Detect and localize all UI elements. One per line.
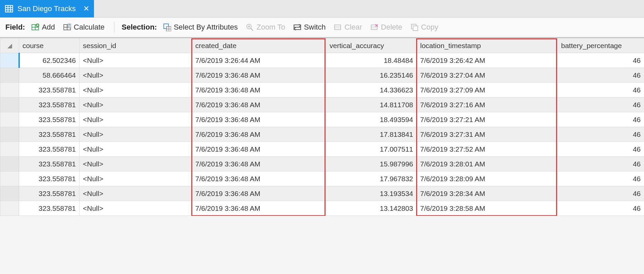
cell-vertical-accuracy[interactable]: 15.987996 <box>326 157 417 171</box>
row-selector[interactable] <box>0 201 19 216</box>
cell-session-id[interactable]: <Null> <box>80 68 192 83</box>
row-selector[interactable] <box>0 171 19 186</box>
row-selector[interactable] <box>0 53 19 68</box>
cell-battery-percentage[interactable]: 46 <box>558 157 644 171</box>
row-selector[interactable] <box>0 68 19 83</box>
cell-battery-percentage[interactable]: 46 <box>558 142 644 157</box>
row-selector[interactable] <box>0 157 19 171</box>
cell-battery-percentage[interactable]: 46 <box>558 171 644 186</box>
cell-battery-percentage[interactable]: 46 <box>558 201 644 216</box>
cell-session-id[interactable]: <Null> <box>80 201 192 216</box>
table-row[interactable]: 58.666464<Null>7/6/2019 3:36:48 AM16.235… <box>0 68 644 83</box>
row-selector[interactable] <box>0 142 19 157</box>
cell-created-date[interactable]: 7/6/2019 3:36:48 AM <box>192 127 326 142</box>
cell-location-timestamp[interactable]: 7/6/2019 3:27:04 AM <box>417 68 558 83</box>
cell-session-id[interactable]: <Null> <box>80 157 192 171</box>
col-course[interactable]: course <box>19 38 80 53</box>
table-row[interactable]: 323.558781<Null>7/6/2019 3:36:48 AM13.19… <box>0 186 644 201</box>
cell-location-timestamp[interactable]: 7/6/2019 3:27:31 AM <box>417 127 558 142</box>
cell-vertical-accuracy[interactable]: 16.235146 <box>326 68 417 83</box>
delete-selection-button[interactable]: Delete <box>368 22 404 33</box>
cell-location-timestamp[interactable]: 7/6/2019 3:28:09 AM <box>417 171 558 186</box>
col-vertical-accuracy[interactable]: vertical_accuracy <box>326 38 417 53</box>
cell-course[interactable]: 323.558781 <box>19 201 80 216</box>
cell-battery-percentage[interactable]: 46 <box>558 127 644 142</box>
cell-course[interactable]: 323.558781 <box>19 171 80 186</box>
cell-session-id[interactable]: <Null> <box>80 127 192 142</box>
cell-battery-percentage[interactable]: 46 <box>558 68 644 83</box>
table-row[interactable]: 323.558781<Null>7/6/2019 3:36:48 AM17.81… <box>0 127 644 142</box>
cell-location-timestamp[interactable]: 7/6/2019 3:27:21 AM <box>417 112 558 127</box>
calculate-field-button[interactable]: Calculate <box>61 22 107 33</box>
add-field-button[interactable]: Add <box>29 22 57 33</box>
cell-session-id[interactable]: <Null> <box>80 186 192 201</box>
cell-battery-percentage[interactable]: 46 <box>558 53 644 68</box>
cell-session-id[interactable]: <Null> <box>80 53 192 68</box>
cell-created-date[interactable]: 7/6/2019 3:36:48 AM <box>192 201 326 216</box>
cell-battery-percentage[interactable]: 46 <box>558 186 644 201</box>
table-row[interactable]: 323.558781<Null>7/6/2019 3:36:48 AM17.00… <box>0 142 644 157</box>
table-row[interactable]: 323.558781<Null>7/6/2019 3:36:48 AM17.96… <box>0 171 644 186</box>
cell-created-date[interactable]: 7/6/2019 3:36:48 AM <box>192 157 326 171</box>
cell-vertical-accuracy[interactable]: 17.967832 <box>326 171 417 186</box>
cell-vertical-accuracy[interactable]: 17.813841 <box>326 127 417 142</box>
cell-session-id[interactable]: <Null> <box>80 112 192 127</box>
select-all-corner[interactable] <box>0 38 19 53</box>
table-row[interactable]: 323.558781<Null>7/6/2019 3:36:48 AM14.81… <box>0 97 644 112</box>
cell-course[interactable]: 323.558781 <box>19 83 80 97</box>
cell-vertical-accuracy[interactable]: 18.48484 <box>326 53 417 68</box>
cell-created-date[interactable]: 7/6/2019 3:36:48 AM <box>192 112 326 127</box>
cell-course[interactable]: 323.558781 <box>19 157 80 171</box>
cell-course[interactable]: 58.666464 <box>19 68 80 83</box>
switch-selection-button[interactable]: Switch <box>291 22 328 33</box>
cell-course[interactable]: 323.558781 <box>19 142 80 157</box>
cell-created-date[interactable]: 7/6/2019 3:36:48 AM <box>192 83 326 97</box>
col-location-timestamp[interactable]: location_timestamp <box>417 38 558 53</box>
row-selector[interactable] <box>0 186 19 201</box>
cell-course[interactable]: 323.558781 <box>19 97 80 112</box>
cell-session-id[interactable]: <Null> <box>80 171 192 186</box>
cell-vertical-accuracy[interactable]: 14.336623 <box>326 83 417 97</box>
cell-location-timestamp[interactable]: 7/6/2019 3:28:58 AM <box>417 201 558 216</box>
cell-created-date[interactable]: 7/6/2019 3:36:48 AM <box>192 68 326 83</box>
row-selector[interactable] <box>0 97 19 112</box>
cell-vertical-accuracy[interactable]: 13.142803 <box>326 201 417 216</box>
cell-location-timestamp[interactable]: 7/6/2019 3:27:16 AM <box>417 97 558 112</box>
cell-location-timestamp[interactable]: 7/6/2019 3:28:01 AM <box>417 157 558 171</box>
cell-vertical-accuracy[interactable]: 13.193534 <box>326 186 417 201</box>
table-row[interactable]: 323.558781<Null>7/6/2019 3:36:48 AM13.14… <box>0 201 644 216</box>
cell-course[interactable]: 323.558781 <box>19 186 80 201</box>
cell-session-id[interactable]: <Null> <box>80 142 192 157</box>
row-selector[interactable] <box>0 112 19 127</box>
copy-selection-button[interactable]: Copy <box>408 22 440 33</box>
cell-battery-percentage[interactable]: 46 <box>558 97 644 112</box>
cell-vertical-accuracy[interactable]: 17.007511 <box>326 142 417 157</box>
cell-created-date[interactable]: 7/6/2019 3:36:48 AM <box>192 171 326 186</box>
cell-location-timestamp[interactable]: 7/6/2019 3:26:42 AM <box>417 53 558 68</box>
table-row[interactable]: 323.558781<Null>7/6/2019 3:36:48 AM14.33… <box>0 83 644 97</box>
cell-created-date[interactable]: 7/6/2019 3:36:48 AM <box>192 186 326 201</box>
col-created-date[interactable]: created_date <box>192 38 326 53</box>
select-by-attributes-button[interactable]: Select By Attributes <box>161 22 240 33</box>
cell-session-id[interactable]: <Null> <box>80 97 192 112</box>
clear-selection-button[interactable]: Clear <box>332 22 364 33</box>
cell-session-id[interactable]: <Null> <box>80 83 192 97</box>
cell-course[interactable]: 323.558781 <box>19 127 80 142</box>
cell-created-date[interactable]: 7/6/2019 3:36:48 AM <box>192 97 326 112</box>
tab-san-diego-tracks[interactable]: San Diego Tracks ✕ <box>0 0 94 17</box>
table-row[interactable]: 62.502346<Null>7/6/2019 3:26:44 AM18.484… <box>0 53 644 68</box>
cell-location-timestamp[interactable]: 7/6/2019 3:27:09 AM <box>417 83 558 97</box>
cell-course[interactable]: 323.558781 <box>19 112 80 127</box>
col-session-id[interactable]: session_id <box>80 38 192 53</box>
cell-vertical-accuracy[interactable]: 14.811708 <box>326 97 417 112</box>
col-battery-percentage[interactable]: battery_percentage <box>558 38 644 53</box>
cell-battery-percentage[interactable]: 46 <box>558 112 644 127</box>
cell-vertical-accuracy[interactable]: 18.493594 <box>326 112 417 127</box>
row-selector[interactable] <box>0 127 19 142</box>
table-row[interactable]: 323.558781<Null>7/6/2019 3:36:48 AM15.98… <box>0 157 644 171</box>
cell-course[interactable]: 62.502346 <box>19 53 80 68</box>
cell-location-timestamp[interactable]: 7/6/2019 3:27:52 AM <box>417 142 558 157</box>
table-row[interactable]: 323.558781<Null>7/6/2019 3:36:48 AM18.49… <box>0 112 644 127</box>
zoom-to-button[interactable]: Zoom To <box>244 22 287 33</box>
cell-battery-percentage[interactable]: 46 <box>558 83 644 97</box>
